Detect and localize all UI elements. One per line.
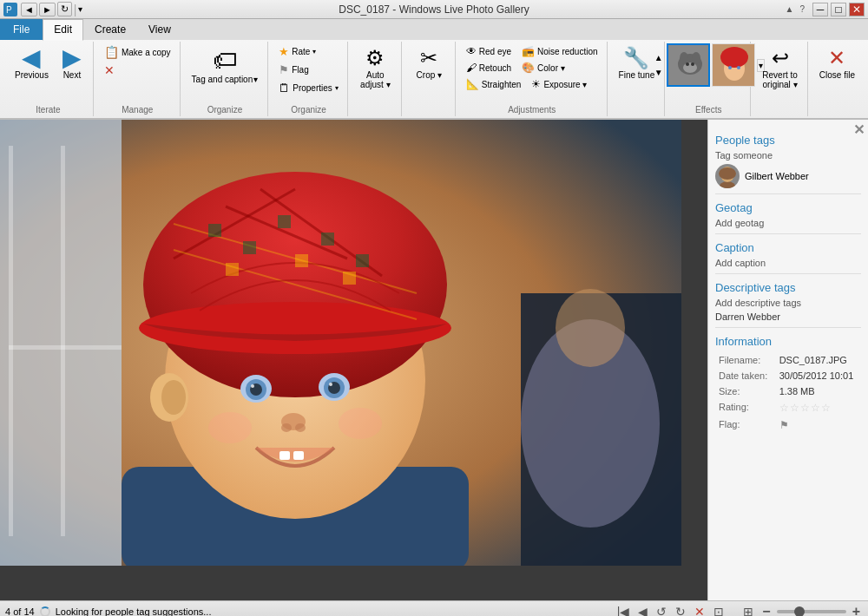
date-value: 30/05/2012 10:01: [778, 369, 859, 383]
previous-btn[interactable]: ◀ Previous: [9, 43, 55, 82]
prev-status-btn[interactable]: ◀: [635, 604, 650, 617]
organize2-label: Organize: [291, 105, 326, 115]
customize-btn[interactable]: ▾: [78, 4, 82, 14]
person-name: Gilbert Webber: [745, 171, 809, 181]
back-btn[interactable]: ◄: [21, 3, 37, 16]
svg-point-22: [139, 302, 451, 354]
zoom-fit-btn[interactable]: ⊞: [740, 604, 756, 617]
svg-point-61: [719, 167, 736, 180]
auto-adjust-label: Autoadjust ▾: [360, 70, 390, 89]
ribbon-tabs: File Edit Create View: [0, 19, 868, 40]
forward-btn[interactable]: ►: [39, 3, 56, 16]
zoom-slider[interactable]: [777, 610, 846, 613]
first-btn[interactable]: |◀: [615, 604, 633, 617]
svg-point-8: [691, 62, 694, 66]
strip-up-btn[interactable]: ▲: [653, 51, 665, 64]
close-btn[interactable]: ✕: [849, 3, 865, 16]
file-tab[interactable]: File: [0, 19, 43, 40]
svg-text:P: P: [6, 5, 12, 15]
rotate-left-btn[interactable]: ↺: [654, 604, 669, 617]
straighten-icon: 📐: [466, 78, 479, 90]
delete-status-btn[interactable]: ✕: [692, 604, 707, 617]
minimize-btn[interactable]: ─: [812, 3, 828, 16]
properties-btn[interactable]: 🗒 Properties ▾: [275, 80, 342, 96]
help-btn[interactable]: ?: [799, 4, 805, 14]
strip-down-btn[interactable]: ▼: [653, 66, 665, 79]
red-eye-label: Red eye: [479, 47, 511, 56]
revert-label: Revert tooriginal ▾: [762, 70, 798, 89]
effects-label: Effects: [695, 105, 721, 115]
title-controls[interactable]: ▲ ? ─ □ ✕: [786, 3, 865, 16]
make-copy-btn[interactable]: 📋 Make a copy: [101, 43, 174, 61]
thumbnail-2[interactable]: [712, 43, 755, 87]
delete-btn[interactable]: ✕: [101, 62, 174, 79]
exposure-btn[interactable]: ☀ Exposure ▾: [528, 76, 590, 92]
size-label: Size:: [717, 384, 776, 398]
effects-items: ▲ ▼: [653, 43, 765, 103]
edit-tab[interactable]: Edit: [43, 19, 83, 41]
side-panel-close[interactable]: ✕: [853, 123, 865, 137]
svg-point-49: [208, 412, 252, 443]
retouch-icon: 🖌: [466, 62, 477, 74]
descriptive-tags-title: Descriptive tags: [715, 281, 861, 294]
flag-icon: ⚑: [279, 63, 289, 76]
people-tags-section: People tags Tag someone Gilbert Webber: [715, 134, 861, 188]
view-tab[interactable]: View: [137, 19, 182, 40]
color-btn[interactable]: 🎨 Color ▾: [518, 60, 569, 75]
iterate-label: Iterate: [36, 105, 60, 115]
rate-icon: ★: [279, 45, 289, 58]
revert-btn[interactable]: ↩ Revert tooriginal ▾: [758, 43, 802, 102]
next-btn[interactable]: ▶ Next: [56, 43, 88, 82]
thumbnail-1[interactable]: [667, 43, 710, 87]
effects-group: ▲ ▼: [667, 42, 751, 116]
information-title: Information: [715, 335, 861, 348]
properties-arrow: ▾: [335, 84, 339, 92]
ribbon-collapse-btn[interactable]: ▲: [786, 4, 794, 14]
straighten-btn[interactable]: 📐 Straighten: [463, 76, 525, 92]
tag-someone-link[interactable]: Tag someone: [715, 150, 861, 161]
organize-stack: ★ Rate ▾ ⚑ Flag 🗒 Properties ▾: [275, 43, 342, 96]
zoom-in-btn[interactable]: +: [850, 603, 863, 617]
photo-image: [0, 120, 681, 566]
descriptive-tags-section: Descriptive tags Add descriptive tags Da…: [715, 281, 861, 322]
crop-btn[interactable]: ✂ Crop ▾: [412, 43, 446, 102]
red-eye-btn[interactable]: 👁 Red eye: [463, 43, 515, 59]
flag-row: Flag: ⚑: [717, 417, 859, 433]
flag-info-label: Flag:: [717, 417, 776, 433]
ribbon-content: ◀ Previous ▶ Next Iterate 📋 Make a copy: [0, 40, 868, 118]
adj-row3: 📐 Straighten ☀ Exposure ▾: [463, 76, 591, 92]
flag-btn[interactable]: ⚑ Flag: [275, 62, 342, 78]
svg-rect-47: [279, 451, 290, 460]
refresh-btn[interactable]: ↻: [57, 2, 72, 16]
retouch-btn[interactable]: 🖌 Retouch: [463, 60, 515, 75]
add-descriptive-link[interactable]: Add descriptive tags: [715, 298, 861, 308]
close-file-btn[interactable]: ✕ Close file: [815, 43, 859, 102]
create-tab[interactable]: Create: [83, 19, 137, 40]
rate-label: Rate: [292, 47, 310, 56]
star-rating[interactable]: ☆☆☆☆☆: [779, 402, 832, 414]
auto-adjust-btn[interactable]: ⚙ Autoadjust ▾: [356, 43, 394, 102]
close-panel-icon[interactable]: ✕: [853, 122, 865, 137]
divider-2: [715, 233, 861, 234]
size-value: 1.38 MB: [778, 384, 859, 398]
add-geotag-link[interactable]: Add geotag: [715, 218, 861, 228]
tag-caption-btn[interactable]: 🏷 Tag and caption ▾: [187, 43, 263, 102]
filename-row: Filename: DSC_0187.JPG: [717, 353, 859, 367]
maximize-btn[interactable]: □: [831, 3, 846, 16]
rate-btn[interactable]: ★ Rate ▾: [275, 43, 342, 60]
share-btn[interactable]: ⊡: [711, 604, 727, 617]
svg-rect-56: [9, 146, 13, 536]
svg-rect-48: [293, 451, 304, 460]
status-left: 4 of 14 Looking for people tag suggestio…: [5, 606, 211, 617]
rotate-right-btn[interactable]: ↻: [673, 604, 688, 617]
straighten-label: Straighten: [482, 80, 522, 89]
geotag-title: Geotag: [715, 201, 861, 214]
noise-btn[interactable]: 📻 Noise reduction: [518, 43, 601, 59]
loading-spinner: [40, 606, 50, 617]
zoom-out-btn[interactable]: −: [760, 603, 773, 617]
photo-area[interactable]: [0, 120, 707, 600]
rate-arrow: ▾: [312, 48, 316, 56]
prev-icon: ◀: [22, 46, 41, 70]
add-caption-link[interactable]: Add caption: [715, 258, 861, 268]
next-icon: ▶: [62, 46, 82, 70]
